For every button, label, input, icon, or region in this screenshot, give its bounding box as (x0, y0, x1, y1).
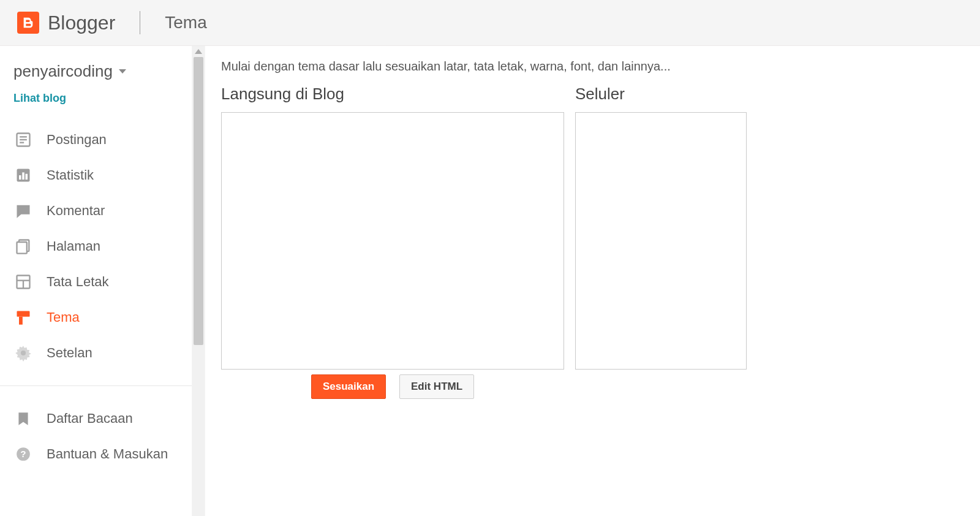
nav-label: Tema (47, 309, 80, 325)
nav-daftar-bacaan[interactable]: Daftar Bacaan (13, 401, 192, 436)
nav-tata-letak[interactable]: Tata Letak (13, 264, 192, 300)
svg-rect-6 (22, 172, 24, 180)
blog-preview-box[interactable] (221, 112, 564, 370)
blog-name: penyaircoding (13, 62, 113, 81)
nav-label: Tata Letak (47, 274, 109, 290)
stats-icon (13, 165, 33, 185)
primary-nav: Postingan Statistik Komentar Halaman (13, 122, 192, 472)
nav-statistik[interactable]: Statistik (13, 157, 192, 193)
nav-label: Setelan (47, 345, 92, 361)
blogger-logo (17, 12, 39, 34)
comments-icon (13, 201, 33, 221)
brand-name: Blogger (48, 12, 115, 34)
preview-actions: Sesuaikan Edit HTML (221, 374, 564, 399)
previews-row: Langsung di Blog Sesuaikan Edit HTML Sel… (221, 85, 962, 399)
app-header: Blogger Tema (0, 0, 980, 46)
nav-halaman[interactable]: Halaman (13, 229, 192, 264)
layout-icon (13, 272, 33, 292)
scrollbar-thumb[interactable] (194, 57, 203, 345)
settings-icon (13, 343, 33, 363)
svg-rect-14 (19, 317, 23, 325)
blog-selector[interactable]: penyaircoding (13, 58, 192, 87)
svg-rect-3 (20, 142, 24, 143)
theme-icon (13, 308, 33, 327)
scrollbar[interactable] (192, 46, 205, 516)
nav-label: Komentar (47, 203, 105, 219)
pages-icon (13, 237, 33, 256)
edit-html-button[interactable]: Edit HTML (399, 374, 474, 399)
svg-text:?: ? (20, 449, 26, 459)
nav-tema[interactable]: Tema (13, 300, 192, 335)
mobile-preview-title: Seluler (575, 85, 747, 104)
main-content: Mulai dengan tema dasar lalu sesuaikan l… (205, 46, 980, 516)
header-divider (140, 11, 140, 34)
sidebar: penyaircoding Lihat blog Postingan Stati… (0, 46, 192, 516)
svg-rect-2 (20, 139, 27, 140)
reading-list-icon (13, 409, 33, 428)
intro-text: Mulai dengan tema dasar lalu sesuaikan l… (221, 59, 962, 74)
mobile-preview-box[interactable] (575, 112, 747, 370)
posts-icon (13, 130, 33, 150)
nav-label: Daftar Bacaan (47, 411, 133, 427)
nav-komentar[interactable]: Komentar (13, 193, 192, 229)
svg-rect-9 (17, 242, 27, 254)
nav-postingan[interactable]: Postingan (13, 122, 192, 157)
page-title: Tema (165, 13, 206, 32)
customize-button[interactable]: Sesuaikan (311, 374, 386, 399)
nav-label: Bantuan & Masukan (47, 446, 168, 462)
nav-label: Halaman (47, 238, 100, 254)
svg-rect-13 (17, 311, 30, 317)
mobile-preview-column: Seluler (575, 85, 747, 399)
nav-label: Statistik (47, 167, 94, 183)
nav-setelan[interactable]: Setelan (13, 335, 192, 371)
svg-rect-7 (26, 174, 28, 180)
blogger-b-icon (21, 16, 35, 29)
help-icon: ? (13, 444, 33, 464)
blog-preview-title: Langsung di Blog (221, 85, 564, 104)
svg-rect-5 (19, 175, 21, 180)
view-blog-link[interactable]: Lihat blog (13, 92, 66, 105)
svg-rect-1 (20, 136, 27, 137)
blog-preview-column: Langsung di Blog Sesuaikan Edit HTML (221, 85, 564, 399)
nav-separator (0, 385, 205, 386)
nav-label: Postingan (47, 132, 107, 148)
caret-down-icon (119, 69, 126, 74)
nav-bantuan[interactable]: ? Bantuan & Masukan (13, 436, 192, 472)
